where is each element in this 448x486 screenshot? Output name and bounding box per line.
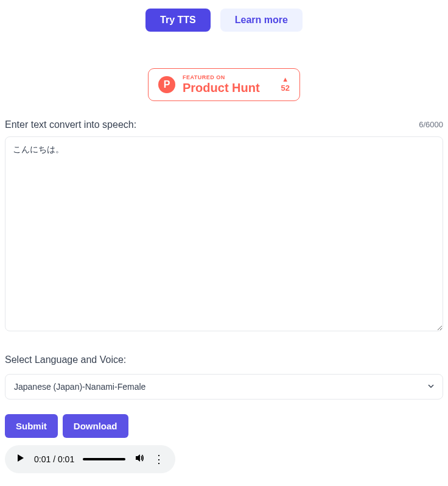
product-hunt-logo-icon: P xyxy=(158,76,175,93)
upvote-arrow-icon: ▲ xyxy=(282,76,289,83)
submit-button[interactable]: Submit xyxy=(5,414,58,438)
audio-player: 0:01 / 0:01 ⋮ xyxy=(5,445,175,473)
product-hunt-name: Product Hunt xyxy=(183,81,260,94)
product-hunt-text: FEATURED ON Product Hunt xyxy=(183,75,260,94)
product-hunt-featured-label: FEATURED ON xyxy=(183,75,260,81)
text-input[interactable] xyxy=(5,136,443,331)
download-button[interactable]: Download xyxy=(63,414,128,438)
voice-select-label: Select Language and Voice: xyxy=(5,354,443,365)
product-hunt-votes: ▲ 52 xyxy=(281,76,290,93)
voice-select[interactable]: Japanese (Japan)-Nanami-Female xyxy=(5,374,443,400)
product-hunt-vote-count: 52 xyxy=(281,83,290,93)
try-tts-button[interactable]: Try TTS xyxy=(145,9,211,32)
learn-more-button[interactable]: Learn more xyxy=(220,9,303,32)
volume-icon[interactable] xyxy=(134,453,145,466)
audio-progress-bar[interactable] xyxy=(83,458,125,460)
text-input-label: Enter text convert into speech: xyxy=(5,119,136,130)
product-hunt-badge[interactable]: P FEATURED ON Product Hunt ▲ 52 xyxy=(148,68,300,101)
char-count: 6/6000 xyxy=(419,120,443,129)
more-icon[interactable]: ⋮ xyxy=(153,454,164,465)
audio-time: 0:01 / 0:01 xyxy=(34,454,74,464)
play-icon[interactable] xyxy=(16,453,26,465)
